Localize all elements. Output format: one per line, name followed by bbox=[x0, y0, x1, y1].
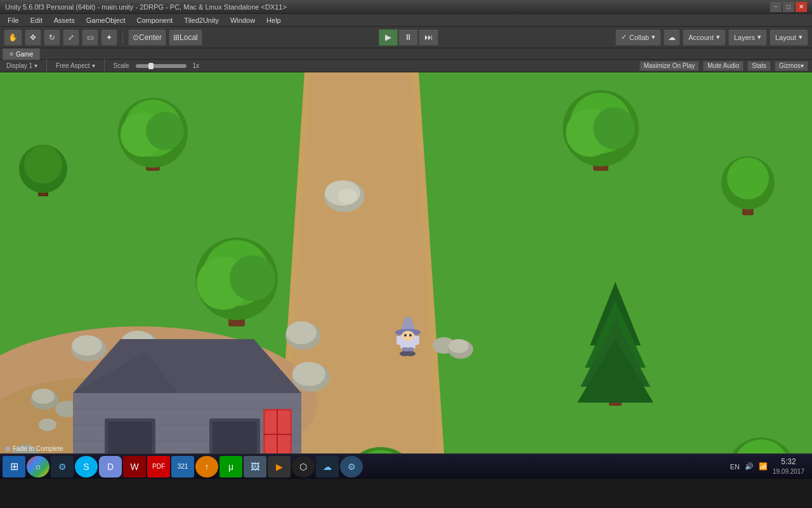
pivot-local-button[interactable]: ⊞ Local bbox=[169, 29, 202, 46]
play-button[interactable]: ▶ bbox=[379, 29, 398, 46]
aspect-selector[interactable]: Free Aspect ▾ bbox=[53, 61, 97, 70]
torrent-icon: μ bbox=[228, 462, 233, 472]
close-button[interactable]: ✕ bbox=[796, 2, 807, 12]
taskbar-updater[interactable]: ↑ bbox=[195, 456, 218, 478]
svg-point-94 bbox=[402, 331, 414, 341]
svg-point-49 bbox=[286, 321, 317, 344]
taskbar-emu[interactable]: ▶ bbox=[268, 456, 291, 478]
display-selector[interactable]: Display 1 ▾ bbox=[4, 61, 40, 70]
title-text: Unity 5.6.0f3 Personal (64bit) - main.un… bbox=[5, 3, 287, 11]
discord-icon: D bbox=[107, 462, 114, 472]
menu-help[interactable]: Help bbox=[261, 15, 286, 25]
maximize-button[interactable]: □ bbox=[783, 2, 794, 12]
window-controls: − □ ✕ bbox=[770, 2, 807, 12]
layers-button[interactable]: Layers ▾ bbox=[728, 29, 767, 46]
svg-point-8 bbox=[146, 112, 184, 150]
pivot-icon: ⊙ bbox=[133, 33, 139, 42]
move-tool-button[interactable]: ✥ bbox=[25, 29, 41, 46]
taskbar-pdf[interactable]: PDF bbox=[147, 456, 170, 478]
menu-edit[interactable]: Edit bbox=[25, 15, 48, 25]
menu-file[interactable]: File bbox=[3, 15, 24, 25]
steam-icon: ⚙ bbox=[58, 462, 67, 472]
emu-icon: ▶ bbox=[276, 462, 283, 472]
menu-bar: File Edit Assets GameObject Component Ti… bbox=[0, 14, 812, 27]
scale-slider[interactable] bbox=[136, 64, 187, 68]
gizmos-button[interactable]: Gizmos ▾ bbox=[775, 61, 808, 71]
cloud-button[interactable]: ☁ bbox=[664, 29, 680, 46]
unity-icon: ⬡ bbox=[299, 462, 307, 472]
svg-point-19 bbox=[727, 157, 769, 199]
svg-point-16 bbox=[593, 107, 635, 149]
taskbar-unity[interactable]: ⬡ bbox=[292, 456, 315, 478]
account-button[interactable]: Account ▾ bbox=[683, 29, 726, 46]
svg-rect-71 bbox=[108, 422, 152, 453]
play-controls: ▶ ⏸ ⏭ bbox=[379, 29, 438, 46]
step-button[interactable]: ⏭ bbox=[419, 29, 438, 46]
multi-tool-button[interactable]: ✦ bbox=[101, 29, 117, 46]
taskbar-discord[interactable]: D bbox=[99, 456, 122, 478]
system-tray: EN 🔊 📶 5:32 19.09.2017 bbox=[725, 457, 809, 476]
taskbar-steam[interactable]: ⚙ bbox=[51, 456, 74, 478]
svg-point-61 bbox=[39, 418, 56, 431]
taskbar-settings[interactable]: ⚙ bbox=[340, 456, 363, 478]
pdf-icon: PDF bbox=[152, 463, 165, 470]
rect-tool-button[interactable]: ▭ bbox=[82, 29, 98, 46]
taskbar-321[interactable]: 321 bbox=[171, 456, 194, 478]
svg-point-11 bbox=[24, 145, 62, 184]
scale-thumb bbox=[148, 63, 154, 69]
fade-text: Fade In Complete bbox=[13, 445, 63, 452]
svg-point-42 bbox=[338, 189, 357, 204]
rotate-tool-button[interactable]: ↻ bbox=[44, 29, 60, 46]
tab-bar: Game bbox=[0, 48, 812, 60]
maximize-on-play-button[interactable]: Maximize On Play bbox=[639, 61, 700, 71]
updater-icon: ↑ bbox=[205, 462, 209, 472]
collab-button[interactable]: ✓ Collab ▾ bbox=[615, 29, 661, 46]
taskbar: ⊞ ○ ⚙ S D W PDF 321 ↑ μ 🖼 ▶ ⬡ ☁ ⚙ EN bbox=[0, 453, 812, 479]
wine-icon: W bbox=[130, 462, 138, 472]
svg-point-95 bbox=[404, 334, 407, 337]
scale-tool-button[interactable]: ⤢ bbox=[63, 29, 79, 46]
tab-dot bbox=[10, 52, 13, 56]
svg-rect-92 bbox=[396, 336, 402, 345]
taskbar-img[interactable]: 🖼 bbox=[244, 456, 266, 478]
game-scene-svg bbox=[0, 72, 812, 453]
menu-gameobject[interactable]: GameObject bbox=[81, 15, 131, 25]
pause-button[interactable]: ⏸ bbox=[398, 29, 418, 46]
minimize-button[interactable]: − bbox=[770, 2, 782, 12]
collab-icon: ✓ bbox=[621, 33, 627, 41]
hand-tool-button[interactable]: ✋ bbox=[4, 29, 22, 46]
game-sep-1 bbox=[46, 58, 47, 74]
layout-button[interactable]: Layout ▾ bbox=[769, 29, 808, 46]
settings-icon: ⚙ bbox=[348, 462, 356, 472]
taskbar-wine[interactable]: W bbox=[123, 456, 146, 478]
start-button[interactable]: ⊞ bbox=[3, 456, 25, 478]
toolbar-sep-1 bbox=[122, 30, 123, 45]
mute-audio-button[interactable]: Mute Audio bbox=[703, 61, 743, 71]
menu-tiled2unity[interactable]: Tiled2Unity bbox=[179, 15, 224, 25]
display-dropdown: ▾ bbox=[34, 62, 37, 69]
language-indicator: EN bbox=[730, 463, 740, 471]
menu-assets[interactable]: Assets bbox=[49, 15, 80, 25]
status-dot bbox=[5, 446, 10, 451]
img-icon: 🖼 bbox=[251, 462, 259, 472]
taskbar-skype[interactable]: S bbox=[75, 456, 98, 478]
chrome-icon: ○ bbox=[36, 462, 41, 472]
taskbar-chrome[interactable]: ○ bbox=[27, 456, 49, 478]
taskbar-steam2[interactable]: ☁ bbox=[316, 456, 339, 478]
scale-label: Scale bbox=[111, 61, 132, 70]
menu-component[interactable]: Component bbox=[131, 15, 178, 25]
skype-icon: S bbox=[83, 462, 89, 472]
tab-game[interactable]: Game bbox=[3, 48, 40, 60]
svg-point-100 bbox=[405, 351, 416, 356]
layout-dropdown-icon: ▾ bbox=[799, 33, 802, 41]
game-scene: Fade In Complete bbox=[0, 72, 812, 453]
fade-notification: Fade In Complete bbox=[5, 445, 63, 452]
volume-icon: 🔊 bbox=[745, 462, 754, 471]
stats-button[interactable]: Stats bbox=[747, 61, 771, 71]
taskbar-torrent[interactable]: μ bbox=[219, 456, 242, 478]
pivot-center-button[interactable]: ⊙ Center bbox=[128, 29, 166, 46]
menu-window[interactable]: Window bbox=[225, 15, 260, 25]
svg-point-51 bbox=[292, 362, 325, 386]
account-dropdown-icon: ▾ bbox=[716, 33, 720, 41]
svg-point-44 bbox=[72, 335, 102, 356]
